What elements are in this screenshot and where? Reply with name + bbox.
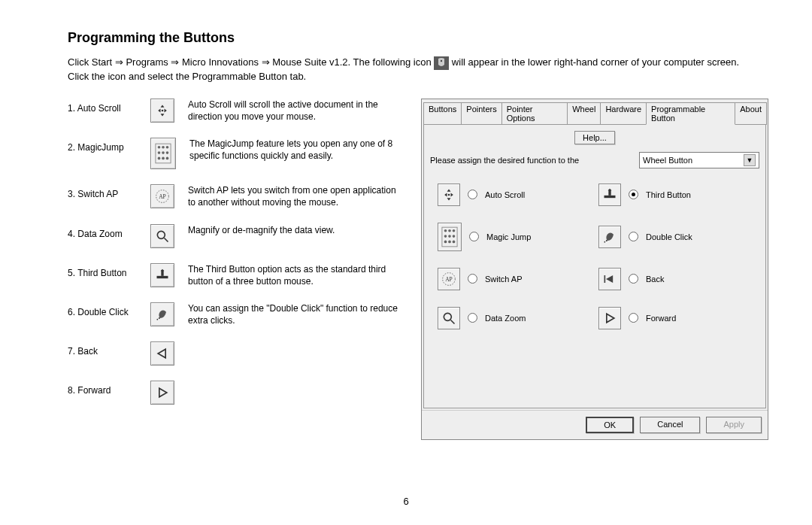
tab-programmable-button[interactable]: Programmable Button (646, 102, 735, 125)
svg-point-31 (444, 240, 447, 243)
option-label: Forward (646, 314, 676, 323)
feature-label: 7. Back (68, 341, 150, 357)
svg-point-7 (158, 151, 161, 154)
svg-text:AP: AP (159, 193, 166, 200)
svg-line-16 (165, 238, 168, 241)
svg-point-35 (604, 241, 606, 243)
option-label: Auto Scroll (485, 190, 525, 199)
svg-point-10 (158, 157, 161, 160)
svg-point-15 (157, 231, 165, 238)
option-magic-jump[interactable]: Magic Jump (438, 223, 591, 251)
svg-point-19 (159, 317, 160, 319)
assign-label: Please assign the desired function to th… (430, 156, 635, 165)
cancel-button[interactable]: Cancel (640, 417, 700, 433)
svg-rect-23 (608, 190, 611, 196)
svg-point-6 (166, 146, 169, 149)
dialog-button-row: OK Cancel Apply (422, 410, 768, 439)
svg-point-29 (448, 235, 451, 238)
tab-buttons[interactable]: Buttons (423, 102, 462, 125)
autoscroll-icon (438, 184, 460, 206)
svg-point-4 (158, 146, 161, 149)
radio[interactable] (629, 190, 638, 199)
svg-rect-18 (161, 270, 163, 276)
svg-point-30 (453, 235, 456, 238)
feature-row: 2. MagicJumpThe MagicJump feature lets y… (68, 138, 398, 169)
ok-button[interactable]: OK (586, 417, 634, 433)
feature-row: 7. Back (68, 341, 398, 366)
tab-about[interactable]: About (735, 102, 767, 125)
feature-label: 2. MagicJump (68, 138, 150, 153)
option-label: Magic Jump (486, 232, 531, 241)
svg-line-40 (451, 320, 455, 323)
option-label: Back (646, 275, 664, 284)
tab-hardware[interactable]: Hardware (600, 102, 647, 125)
autoscroll-icon (150, 99, 174, 123)
mouse-properties-dialog: ButtonsPointersPointer OptionsWheelHardw… (421, 99, 768, 440)
svg-point-32 (448, 240, 451, 243)
option-label: Third Button (646, 190, 691, 199)
tab-strip: ButtonsPointersPointer OptionsWheelHardw… (422, 99, 768, 125)
page-title: Programming the Buttons (68, 30, 752, 46)
dblclick-icon (150, 302, 174, 326)
feature-desc: Switch AP lets you switch from one open … (188, 184, 398, 208)
tab-pointer-options[interactable]: Pointer Options (501, 102, 568, 125)
tab-wheel[interactable]: Wheel (567, 102, 601, 125)
page-number: 6 (0, 496, 812, 507)
option-label: Double Click (646, 232, 692, 241)
feature-desc: The Third Button option acts as the stan… (188, 263, 398, 287)
svg-point-5 (162, 146, 165, 149)
feature-row: 8. Forward (68, 381, 398, 405)
radio[interactable] (468, 313, 477, 323)
option-switch-ap[interactable]: APSwitch AP (438, 268, 591, 290)
target-button-combo[interactable]: Wheel Button ▼ (639, 152, 759, 168)
svg-point-28 (444, 235, 447, 238)
tray-mouse-icon (434, 56, 449, 70)
radio[interactable] (468, 190, 477, 199)
radio[interactable] (629, 274, 638, 284)
feature-desc: Auto Scroll will scroll the active docum… (188, 99, 398, 123)
tab-body-programmable-button: Help... Please assign the desired functi… (423, 124, 766, 408)
option-forward[interactable]: Forward (598, 307, 752, 329)
chevron-down-icon: ▼ (744, 154, 756, 166)
svg-point-11 (162, 157, 165, 160)
third-icon (150, 263, 174, 287)
svg-rect-38 (604, 275, 606, 283)
option-data-zoom[interactable]: Data Zoom (438, 307, 591, 329)
svg-point-33 (453, 240, 456, 243)
option-third-button[interactable]: Third Button (598, 184, 752, 206)
option-label: Data Zoom (485, 314, 526, 323)
tab-pointers[interactable]: Pointers (461, 102, 501, 125)
feature-desc: You can assign the "Double Click" functi… (188, 302, 398, 326)
forward-icon (150, 381, 174, 405)
apply-button[interactable]: Apply (706, 417, 762, 433)
feature-desc: The MagicJump feature lets you open any … (189, 138, 398, 162)
radio[interactable] (469, 232, 479, 241)
zoom-icon (438, 307, 460, 329)
radio[interactable] (629, 232, 638, 241)
combo-value: Wheel Button (643, 156, 692, 165)
switchap-icon: AP (150, 184, 174, 208)
svg-point-39 (444, 313, 451, 320)
third-icon (598, 184, 621, 206)
feature-row: 5. Third ButtonThe Third Button option a… (68, 263, 398, 287)
feature-label: 5. Third Button (68, 263, 150, 278)
radio[interactable] (629, 313, 638, 323)
feature-label: 6. Double Click (68, 302, 150, 317)
option-auto-scroll[interactable]: Auto Scroll (438, 184, 591, 206)
feature-label: 4. Data Zoom (68, 224, 150, 239)
feature-row: 1. Auto ScrollAuto Scroll will scroll th… (68, 99, 398, 123)
zoom-icon (150, 224, 174, 248)
svg-point-20 (157, 319, 159, 320)
help-button[interactable]: Help... (574, 131, 615, 144)
feature-list: 1. Auto ScrollAuto Scroll will scroll th… (68, 99, 398, 420)
svg-point-21 (448, 193, 450, 196)
svg-point-9 (166, 151, 169, 154)
option-back[interactable]: Back (598, 268, 752, 290)
option-double-click[interactable]: Double Click (598, 223, 752, 251)
svg-point-12 (166, 157, 169, 160)
radio[interactable] (468, 274, 477, 284)
feature-row: 3. Switch APAPSwitch AP lets you switch … (68, 184, 398, 208)
option-label: Switch AP (485, 275, 523, 284)
back-icon (150, 341, 174, 366)
svg-rect-17 (157, 275, 168, 278)
